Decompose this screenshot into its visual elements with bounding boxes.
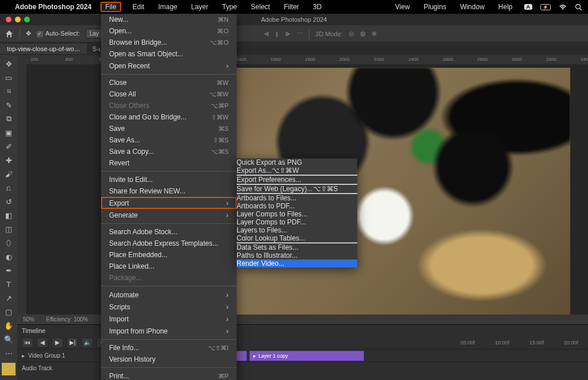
menu-file[interactable]: File bbox=[100, 2, 121, 12]
timeline-next-frame[interactable]: ▶| bbox=[67, 338, 78, 348]
history-brush-tool[interactable]: ↺ bbox=[2, 195, 16, 208]
move-tool[interactable]: ✥ bbox=[2, 57, 16, 70]
distribute-icon[interactable]: ⋯ bbox=[297, 30, 303, 37]
submenu-item-save-for-web-legacy[interactable]: Save for Web (Legacy)...⌥⇧⌘S bbox=[237, 185, 357, 193]
menu-item-open-as-smart-object[interactable]: Open as Smart Object... bbox=[101, 48, 237, 60]
submenu-item-color-lookup-tables[interactable]: Color Lookup Tables... bbox=[237, 234, 357, 242]
menu-item-package: Package... bbox=[101, 272, 237, 284]
path-tool[interactable]: ↗ bbox=[2, 292, 16, 304]
slide-3d-icon[interactable]: ⊕ bbox=[372, 30, 377, 37]
submenu-item-export-as[interactable]: Export As...⌥⇧⌘W bbox=[237, 166, 357, 175]
menu-plugins[interactable]: Plugins bbox=[421, 2, 448, 12]
menu-item-close[interactable]: Close⌘W bbox=[101, 77, 237, 88]
timeline-prev-frame[interactable]: ◀ bbox=[37, 338, 48, 348]
submenu-item-layers-to-files[interactable]: Layers to Files... bbox=[237, 226, 357, 234]
menu-view[interactable]: View bbox=[393, 2, 412, 12]
submenu-item-render-video[interactable]: Render Video... bbox=[237, 259, 357, 267]
menu-item-file-info[interactable]: File Info...⌥⇧⌘I bbox=[101, 342, 237, 354]
pen-tool[interactable]: ✒ bbox=[2, 264, 16, 277]
menu-item-close-and-go-to-bridge[interactable]: Close and Go to Bridge...⇧⌘W bbox=[101, 111, 237, 123]
menu-item-save[interactable]: Save⌘S bbox=[101, 123, 237, 134]
auto-select-checkbox[interactable]: Auto-Select: bbox=[37, 30, 80, 37]
submenu-item-paths-to-illustrator[interactable]: Paths to Illustrator... bbox=[237, 251, 357, 259]
menu-edit[interactable]: Edit bbox=[130, 2, 147, 12]
menu-item-revert[interactable]: Revert bbox=[101, 157, 237, 169]
crop-tool[interactable]: ⧉ bbox=[2, 113, 16, 125]
stamp-tool[interactable]: ⎌ bbox=[2, 181, 16, 194]
menu-item-print[interactable]: Print...⌘P bbox=[101, 370, 237, 380]
foreground-swatch[interactable] bbox=[2, 363, 16, 375]
frame-tool[interactable]: ▣ bbox=[2, 126, 16, 139]
timeline-first-frame[interactable]: ⏮ bbox=[22, 338, 33, 348]
quick-select-tool[interactable]: ✎ bbox=[2, 99, 16, 111]
menu-layer[interactable]: Layer bbox=[189, 2, 211, 12]
zoom-tool[interactable]: 🔍 bbox=[2, 333, 16, 346]
edit-toolbar[interactable]: ⋯ bbox=[2, 347, 16, 359]
timeline-play[interactable]: ▶ bbox=[52, 338, 63, 348]
submenu-item-export-preferences[interactable]: Export Preferences... bbox=[237, 176, 357, 184]
menu-item-version-history[interactable]: Version History bbox=[101, 354, 237, 365]
menu-window[interactable]: Window bbox=[458, 2, 487, 12]
blur-tool[interactable]: ⬯ bbox=[2, 236, 16, 249]
menu-item-export[interactable]: Export bbox=[101, 197, 237, 209]
healing-tool[interactable]: ✚ bbox=[2, 154, 16, 166]
menu-item-import[interactable]: Import bbox=[101, 313, 237, 325]
toolbox: ✥ ▭ ⌗ ✎ ⧉ ▣ ✐ ✚ 🖌 ⎌ ↺ ◧ ◫ ⬯ ◐ ✒ T ↗ ▢ ✋ … bbox=[0, 55, 17, 380]
gradient-tool[interactable]: ◫ bbox=[2, 223, 16, 235]
menu-item-place-embedded[interactable]: Place Embedded... bbox=[101, 249, 237, 261]
menu-item-save-a-copy[interactable]: Save a Copy...⌥⌘S bbox=[101, 146, 237, 157]
document-tab[interactable]: top-view-close-up-of-wo… bbox=[0, 44, 88, 54]
menu-item-scripts[interactable]: Scripts bbox=[101, 301, 237, 313]
brush-tool[interactable]: 🖌 bbox=[2, 168, 16, 180]
menu-help[interactable]: Help bbox=[496, 2, 515, 12]
marquee-tool[interactable]: ▭ bbox=[2, 71, 16, 84]
hand-tool[interactable]: ✋ bbox=[2, 319, 16, 332]
dodge-tool[interactable]: ◐ bbox=[2, 250, 16, 263]
home-icon[interactable] bbox=[5, 29, 14, 38]
align-left-icon[interactable]: ⫷ bbox=[264, 30, 270, 37]
submenu-item-quick-export-as-png[interactable]: Quick Export as PNG bbox=[237, 158, 357, 166]
options-bar: ✥ Auto-Select: Lay ⫷ ⫿ ⫸ ⋯ 3D Mode: ◎ ◍ … bbox=[0, 25, 588, 42]
menu-item-open[interactable]: Open...⌘O bbox=[101, 25, 237, 37]
svg-point-0 bbox=[576, 4, 581, 9]
eyedropper-tool[interactable]: ✐ bbox=[2, 140, 16, 153]
menu-3d[interactable]: 3D bbox=[311, 2, 324, 12]
menu-item-save-as[interactable]: Save As...⇧⌘S bbox=[101, 134, 237, 146]
menu-item-import-from-iphone[interactable]: Import from iPhone bbox=[101, 325, 237, 337]
maximize-icon[interactable] bbox=[24, 17, 30, 22]
menu-filter[interactable]: Filter bbox=[281, 2, 301, 12]
timeline-audio[interactable]: 🔈 bbox=[82, 338, 93, 348]
type-tool[interactable]: T bbox=[2, 278, 16, 290]
menu-item-automate[interactable]: Automate bbox=[101, 289, 237, 301]
menu-item-close-all[interactable]: Close All⌥⌘W bbox=[101, 88, 237, 100]
shape-tool[interactable]: ▢ bbox=[2, 305, 16, 318]
orbit-3d-icon[interactable]: ◎ bbox=[349, 30, 354, 37]
menu-item-share-for-review-new[interactable]: Share for Review NEW... bbox=[101, 185, 237, 197]
search-icon[interactable] bbox=[575, 3, 582, 11]
menu-item-place-linked[interactable]: Place Linked... bbox=[101, 261, 237, 272]
menu-image[interactable]: Image bbox=[156, 2, 179, 12]
menu-select[interactable]: Select bbox=[249, 2, 272, 12]
lasso-tool[interactable]: ⌗ bbox=[2, 85, 16, 98]
align-center-icon[interactable]: ⫿ bbox=[276, 30, 279, 37]
pan-3d-icon[interactable]: ◍ bbox=[360, 30, 366, 37]
keyboard-icon[interactable]: A bbox=[524, 4, 533, 10]
menu-item-new[interactable]: New...⌘N bbox=[101, 14, 237, 25]
minimize-icon[interactable] bbox=[15, 17, 21, 22]
menu-type[interactable]: Type bbox=[220, 2, 239, 12]
menu-item-search-adobe-express-templates[interactable]: Search Adobe Express Templates... bbox=[101, 238, 237, 249]
menu-item-generate[interactable]: Generate bbox=[101, 209, 237, 221]
auto-select-dropdown[interactable]: Lay bbox=[86, 29, 103, 38]
ruler-vertical bbox=[17, 64, 26, 315]
menu-item-open-recent[interactable]: Open Recent bbox=[101, 60, 237, 72]
timeline-clip-2[interactable]: ▸ Layer 1 copy bbox=[249, 351, 364, 361]
move-tool-icon[interactable]: ✥ bbox=[26, 30, 31, 37]
eraser-tool[interactable]: ◧ bbox=[2, 209, 16, 222]
chevron-right-icon[interactable]: ▸ bbox=[22, 352, 25, 359]
zoom-level[interactable]: 50% bbox=[23, 316, 34, 323]
close-icon[interactable] bbox=[6, 17, 11, 22]
menu-item-browse-in-bridge[interactable]: Browse in Bridge...⌥⌘O bbox=[101, 37, 237, 48]
menu-item-search-adobe-stock[interactable]: Search Adobe Stock... bbox=[101, 226, 237, 238]
menu-item-invite-to-edit[interactable]: Invite to Edit... bbox=[101, 174, 237, 185]
align-right-icon[interactable]: ⫸ bbox=[285, 30, 291, 37]
